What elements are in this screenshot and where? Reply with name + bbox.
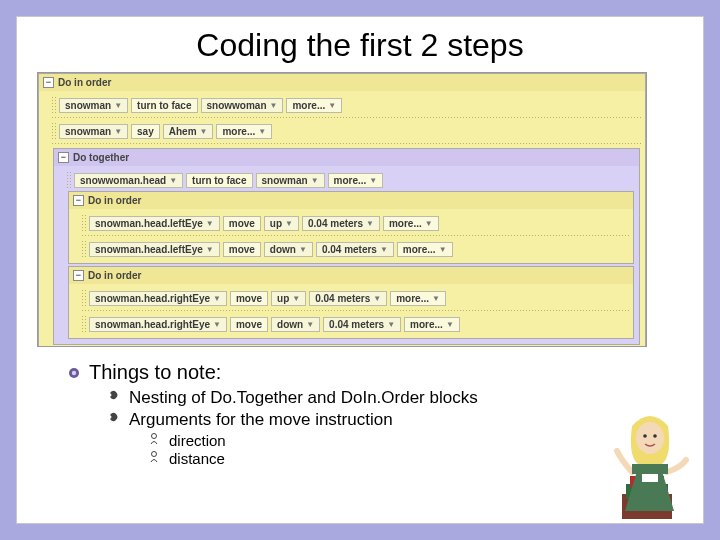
dropdown-icon[interactable]: ▼: [299, 245, 307, 254]
dropdown-icon[interactable]: ▼: [200, 127, 208, 136]
code-row[interactable]: snowwoman.head▼ turn to face snowman▼ mo…: [66, 171, 636, 189]
block-label: Do in order: [58, 77, 111, 88]
dir-tile[interactable]: up▼: [264, 216, 299, 231]
more-tile[interactable]: more...▼: [390, 291, 446, 306]
object-tile[interactable]: snowman.head.rightEye▼: [89, 317, 227, 332]
code-row[interactable]: snowman.head.leftEye▼ move up▼ 0.04 mete…: [81, 214, 630, 232]
collapse-icon[interactable]: −: [58, 152, 69, 163]
code-row[interactable]: snowman.head.leftEye▼ move down▼ 0.04 me…: [81, 240, 630, 258]
dropdown-icon[interactable]: ▼: [446, 320, 454, 329]
page-title: Coding the first 2 steps: [37, 27, 683, 64]
dir-tile[interactable]: up▼: [271, 291, 306, 306]
more-tile[interactable]: more...▼: [397, 242, 453, 257]
dropdown-icon[interactable]: ▼: [206, 219, 214, 228]
code-row[interactable]: snowman▼ say Ahem▼ more...▼: [51, 122, 642, 140]
block-label: Do in order: [88, 270, 141, 281]
grip-icon[interactable]: [81, 315, 86, 333]
code-row[interactable]: snowman.head.rightEye▼ move up▼ 0.04 met…: [81, 289, 630, 307]
arg-tile[interactable]: snowwoman▼: [201, 98, 284, 113]
divider: [51, 116, 642, 120]
method-tile[interactable]: move: [230, 291, 268, 306]
bullet-text: distance: [169, 450, 225, 467]
object-tile[interactable]: snowwoman.head▼: [74, 173, 183, 188]
method-tile[interactable]: move: [223, 216, 261, 231]
dropdown-icon[interactable]: ▼: [387, 320, 395, 329]
dir-tile[interactable]: down▼: [271, 317, 320, 332]
do-together-block[interactable]: − Do together snowwoman.head▼ turn to fa…: [53, 148, 640, 345]
dropdown-icon[interactable]: ▼: [258, 127, 266, 136]
block-header[interactable]: − Do in order: [69, 192, 633, 209]
dropdown-icon[interactable]: ▼: [439, 245, 447, 254]
bullet-text: Things to note:: [89, 361, 221, 384]
do-in-order-block[interactable]: − Do in order snowman.head.rightEye▼ mov…: [68, 266, 634, 339]
block-label: Do in order: [88, 195, 141, 206]
svg-point-3: [152, 452, 157, 457]
collapse-icon[interactable]: −: [43, 77, 54, 88]
method-tile[interactable]: move: [230, 317, 268, 332]
arg-tile[interactable]: Ahem▼: [163, 124, 214, 139]
dropdown-icon[interactable]: ▼: [328, 101, 336, 110]
dropdown-icon[interactable]: ▼: [285, 219, 293, 228]
dropdown-icon[interactable]: ▼: [213, 320, 221, 329]
slide: Coding the first 2 steps − Do in order s…: [16, 16, 704, 524]
dropdown-icon[interactable]: ▼: [213, 294, 221, 303]
method-tile[interactable]: turn to face: [186, 173, 252, 188]
block-header[interactable]: − Do in order: [69, 267, 633, 284]
dropdown-icon[interactable]: ▼: [366, 219, 374, 228]
grip-icon[interactable]: [81, 240, 86, 258]
collapse-icon[interactable]: −: [73, 195, 84, 206]
grip-icon[interactable]: [51, 122, 56, 140]
bullet-icon: [107, 388, 121, 402]
dist-tile[interactable]: 0.04 meters▼: [302, 216, 380, 231]
more-tile[interactable]: more...▼: [383, 216, 439, 231]
bullet-icon: [147, 432, 161, 446]
dropdown-icon[interactable]: ▼: [306, 320, 314, 329]
block-header[interactable]: − Do together: [54, 149, 639, 166]
grip-icon[interactable]: [51, 96, 56, 114]
dist-tile[interactable]: 0.04 meters▼: [309, 291, 387, 306]
do-in-order-block[interactable]: − Do in order snowman.head.leftEye▼ move…: [68, 191, 634, 264]
object-tile[interactable]: snowman▼: [59, 98, 128, 113]
list-item: Nesting of Do.Together and DoIn.Order bl…: [107, 388, 683, 408]
grip-icon[interactable]: [66, 171, 71, 189]
code-row[interactable]: snowman▼ turn to face snowwoman▼ more...…: [51, 96, 642, 114]
divider: [81, 234, 630, 238]
dropdown-icon[interactable]: ▼: [114, 101, 122, 110]
svg-point-2: [152, 434, 157, 439]
object-tile[interactable]: snowman.head.rightEye▼: [89, 291, 227, 306]
block-label: Do together: [73, 152, 129, 163]
block-header[interactable]: − Do in order: [39, 74, 645, 91]
more-tile[interactable]: more...▼: [328, 173, 384, 188]
object-tile[interactable]: snowman.head.leftEye▼: [89, 216, 220, 231]
dropdown-icon[interactable]: ▼: [432, 294, 440, 303]
code-row[interactable]: snowman.head.rightEye▼ move down▼ 0.04 m…: [81, 315, 630, 333]
dropdown-icon[interactable]: ▼: [373, 294, 381, 303]
dropdown-icon[interactable]: ▼: [270, 101, 278, 110]
do-in-order-block[interactable]: − Do in order snowman▼ turn to face snow…: [38, 73, 646, 347]
method-tile[interactable]: move: [223, 242, 261, 257]
more-tile[interactable]: more...▼: [286, 98, 342, 113]
dir-tile[interactable]: down▼: [264, 242, 313, 257]
arg-tile[interactable]: snowman▼: [256, 173, 325, 188]
dist-tile[interactable]: 0.04 meters▼: [316, 242, 394, 257]
dropdown-icon[interactable]: ▼: [292, 294, 300, 303]
dropdown-icon[interactable]: ▼: [206, 245, 214, 254]
more-tile[interactable]: more...▼: [404, 317, 460, 332]
object-tile[interactable]: snowman.head.leftEye▼: [89, 242, 220, 257]
divider: [81, 309, 630, 313]
method-tile[interactable]: say: [131, 124, 160, 139]
grip-icon[interactable]: [81, 214, 86, 232]
dropdown-icon[interactable]: ▼: [169, 176, 177, 185]
method-tile[interactable]: turn to face: [131, 98, 197, 113]
collapse-icon[interactable]: −: [73, 270, 84, 281]
dropdown-icon[interactable]: ▼: [114, 127, 122, 136]
dropdown-icon[interactable]: ▼: [380, 245, 388, 254]
dropdown-icon[interactable]: ▼: [311, 176, 319, 185]
bullet-text: Arguments for the move instruction: [129, 410, 393, 430]
more-tile[interactable]: more...▼: [216, 124, 272, 139]
dist-tile[interactable]: 0.04 meters▼: [323, 317, 401, 332]
dropdown-icon[interactable]: ▼: [425, 219, 433, 228]
dropdown-icon[interactable]: ▼: [369, 176, 377, 185]
object-tile[interactable]: snowman▼: [59, 124, 128, 139]
grip-icon[interactable]: [81, 289, 86, 307]
